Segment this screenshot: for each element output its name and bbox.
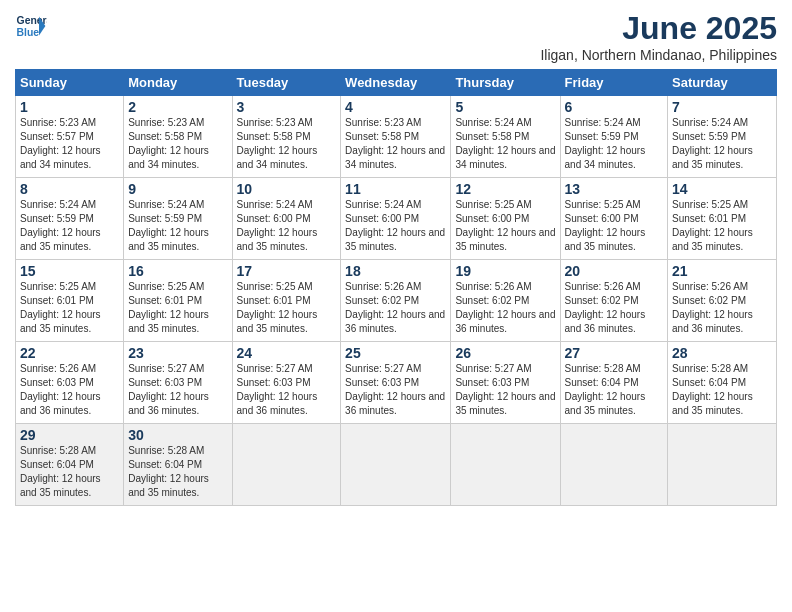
day-number: 27 — [565, 345, 664, 361]
table-row: 21Sunrise: 5:26 AMSunset: 6:02 PMDayligh… — [668, 260, 777, 342]
day-number: 14 — [672, 181, 772, 197]
day-info: Sunrise: 5:25 AMSunset: 6:01 PMDaylight:… — [672, 198, 772, 254]
table-row — [668, 424, 777, 506]
month-title: June 2025 — [540, 10, 777, 47]
calendar-table: Sunday Monday Tuesday Wednesday Thursday… — [15, 69, 777, 506]
table-row: 9Sunrise: 5:24 AMSunset: 5:59 PMDaylight… — [124, 178, 232, 260]
day-number: 10 — [237, 181, 337, 197]
table-row: 13Sunrise: 5:25 AMSunset: 6:00 PMDayligh… — [560, 178, 668, 260]
day-number: 21 — [672, 263, 772, 279]
day-info: Sunrise: 5:28 AMSunset: 6:04 PMDaylight:… — [20, 444, 119, 500]
day-info: Sunrise: 5:25 AMSunset: 6:01 PMDaylight:… — [20, 280, 119, 336]
day-info: Sunrise: 5:23 AMSunset: 5:57 PMDaylight:… — [20, 116, 119, 172]
day-info: Sunrise: 5:23 AMSunset: 5:58 PMDaylight:… — [237, 116, 337, 172]
day-number: 22 — [20, 345, 119, 361]
table-row: 7Sunrise: 5:24 AMSunset: 5:59 PMDaylight… — [668, 96, 777, 178]
svg-text:Blue: Blue — [17, 27, 40, 38]
table-row: 12Sunrise: 5:25 AMSunset: 6:00 PMDayligh… — [451, 178, 560, 260]
day-number: 2 — [128, 99, 227, 115]
logo: General Blue — [15, 10, 47, 42]
day-info: Sunrise: 5:24 AMSunset: 5:59 PMDaylight:… — [672, 116, 772, 172]
day-info: Sunrise: 5:27 AMSunset: 6:03 PMDaylight:… — [128, 362, 227, 418]
table-row — [560, 424, 668, 506]
col-thursday: Thursday — [451, 70, 560, 96]
day-number: 5 — [455, 99, 555, 115]
col-tuesday: Tuesday — [232, 70, 341, 96]
day-info: Sunrise: 5:25 AMSunset: 6:00 PMDaylight:… — [565, 198, 664, 254]
day-info: Sunrise: 5:25 AMSunset: 6:00 PMDaylight:… — [455, 198, 555, 254]
col-sunday: Sunday — [16, 70, 124, 96]
day-number: 6 — [565, 99, 664, 115]
table-row: 30Sunrise: 5:28 AMSunset: 6:04 PMDayligh… — [124, 424, 232, 506]
day-number: 7 — [672, 99, 772, 115]
day-info: Sunrise: 5:27 AMSunset: 6:03 PMDaylight:… — [345, 362, 446, 418]
table-row: 15Sunrise: 5:25 AMSunset: 6:01 PMDayligh… — [16, 260, 124, 342]
table-row: 6Sunrise: 5:24 AMSunset: 5:59 PMDaylight… — [560, 96, 668, 178]
day-number: 18 — [345, 263, 446, 279]
page-container: General Blue June 2025 Iligan, Northern … — [0, 0, 792, 612]
day-info: Sunrise: 5:26 AMSunset: 6:02 PMDaylight:… — [565, 280, 664, 336]
day-info: Sunrise: 5:25 AMSunset: 6:01 PMDaylight:… — [237, 280, 337, 336]
table-row: 11Sunrise: 5:24 AMSunset: 6:00 PMDayligh… — [341, 178, 451, 260]
table-row: 26Sunrise: 5:27 AMSunset: 6:03 PMDayligh… — [451, 342, 560, 424]
table-row: 5Sunrise: 5:24 AMSunset: 5:58 PMDaylight… — [451, 96, 560, 178]
table-row: 10Sunrise: 5:24 AMSunset: 6:00 PMDayligh… — [232, 178, 341, 260]
day-info: Sunrise: 5:26 AMSunset: 6:02 PMDaylight:… — [345, 280, 446, 336]
day-info: Sunrise: 5:24 AMSunset: 6:00 PMDaylight:… — [237, 198, 337, 254]
day-number: 16 — [128, 263, 227, 279]
day-number: 19 — [455, 263, 555, 279]
day-number: 4 — [345, 99, 446, 115]
table-row: 4Sunrise: 5:23 AMSunset: 5:58 PMDaylight… — [341, 96, 451, 178]
col-friday: Friday — [560, 70, 668, 96]
table-row: 27Sunrise: 5:28 AMSunset: 6:04 PMDayligh… — [560, 342, 668, 424]
table-row: 22Sunrise: 5:26 AMSunset: 6:03 PMDayligh… — [16, 342, 124, 424]
day-number: 9 — [128, 181, 227, 197]
day-number: 12 — [455, 181, 555, 197]
day-info: Sunrise: 5:23 AMSunset: 5:58 PMDaylight:… — [128, 116, 227, 172]
table-row: 2Sunrise: 5:23 AMSunset: 5:58 PMDaylight… — [124, 96, 232, 178]
day-number: 1 — [20, 99, 119, 115]
title-block: June 2025 Iligan, Northern Mindanao, Phi… — [540, 10, 777, 63]
day-info: Sunrise: 5:24 AMSunset: 6:00 PMDaylight:… — [345, 198, 446, 254]
table-row: 8Sunrise: 5:24 AMSunset: 5:59 PMDaylight… — [16, 178, 124, 260]
day-info: Sunrise: 5:28 AMSunset: 6:04 PMDaylight:… — [128, 444, 227, 500]
day-info: Sunrise: 5:24 AMSunset: 5:59 PMDaylight:… — [128, 198, 227, 254]
table-row: 17Sunrise: 5:25 AMSunset: 6:01 PMDayligh… — [232, 260, 341, 342]
day-info: Sunrise: 5:23 AMSunset: 5:58 PMDaylight:… — [345, 116, 446, 172]
table-row: 20Sunrise: 5:26 AMSunset: 6:02 PMDayligh… — [560, 260, 668, 342]
col-monday: Monday — [124, 70, 232, 96]
page-header: General Blue June 2025 Iligan, Northern … — [15, 10, 777, 63]
table-row: 3Sunrise: 5:23 AMSunset: 5:58 PMDaylight… — [232, 96, 341, 178]
logo-icon: General Blue — [15, 10, 47, 42]
table-row: 19Sunrise: 5:26 AMSunset: 6:02 PMDayligh… — [451, 260, 560, 342]
table-row: 16Sunrise: 5:25 AMSunset: 6:01 PMDayligh… — [124, 260, 232, 342]
day-number: 13 — [565, 181, 664, 197]
table-row: 14Sunrise: 5:25 AMSunset: 6:01 PMDayligh… — [668, 178, 777, 260]
day-info: Sunrise: 5:25 AMSunset: 6:01 PMDaylight:… — [128, 280, 227, 336]
table-row — [451, 424, 560, 506]
day-number: 11 — [345, 181, 446, 197]
table-row: 24Sunrise: 5:27 AMSunset: 6:03 PMDayligh… — [232, 342, 341, 424]
day-info: Sunrise: 5:27 AMSunset: 6:03 PMDaylight:… — [237, 362, 337, 418]
col-wednesday: Wednesday — [341, 70, 451, 96]
day-info: Sunrise: 5:28 AMSunset: 6:04 PMDaylight:… — [672, 362, 772, 418]
day-number: 25 — [345, 345, 446, 361]
table-row — [341, 424, 451, 506]
day-number: 29 — [20, 427, 119, 443]
day-info: Sunrise: 5:27 AMSunset: 6:03 PMDaylight:… — [455, 362, 555, 418]
day-number: 24 — [237, 345, 337, 361]
day-info: Sunrise: 5:24 AMSunset: 5:59 PMDaylight:… — [565, 116, 664, 172]
day-number: 23 — [128, 345, 227, 361]
day-info: Sunrise: 5:24 AMSunset: 5:59 PMDaylight:… — [20, 198, 119, 254]
day-info: Sunrise: 5:28 AMSunset: 6:04 PMDaylight:… — [565, 362, 664, 418]
day-number: 30 — [128, 427, 227, 443]
day-number: 15 — [20, 263, 119, 279]
day-info: Sunrise: 5:26 AMSunset: 6:03 PMDaylight:… — [20, 362, 119, 418]
day-number: 20 — [565, 263, 664, 279]
day-info: Sunrise: 5:24 AMSunset: 5:58 PMDaylight:… — [455, 116, 555, 172]
day-number: 17 — [237, 263, 337, 279]
table-row: 23Sunrise: 5:27 AMSunset: 6:03 PMDayligh… — [124, 342, 232, 424]
table-row: 29Sunrise: 5:28 AMSunset: 6:04 PMDayligh… — [16, 424, 124, 506]
day-info: Sunrise: 5:26 AMSunset: 6:02 PMDaylight:… — [455, 280, 555, 336]
table-row: 1Sunrise: 5:23 AMSunset: 5:57 PMDaylight… — [16, 96, 124, 178]
